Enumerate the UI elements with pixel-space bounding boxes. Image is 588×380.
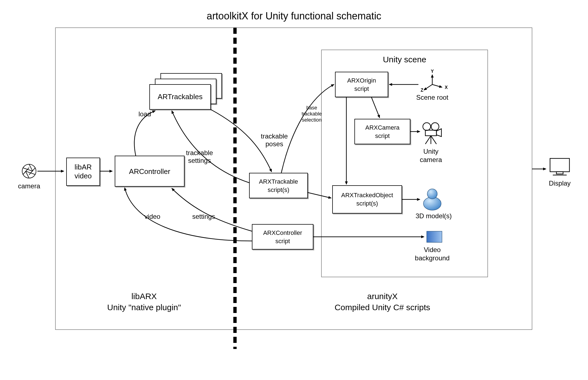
camera-aperture-icon [22, 164, 36, 178]
arcontroller-text: ARController [129, 167, 170, 176]
display-label: Display [549, 179, 571, 187]
svg-rect-19 [425, 130, 436, 136]
svg-text:Y: Y [431, 69, 434, 74]
left-region-label-1: libARX [131, 292, 157, 301]
right-region-label-1: arunityX [367, 292, 398, 301]
artrackables-text: ARTrackables [158, 93, 203, 101]
load-label: load [139, 110, 151, 118]
arxcontroller-text-2: script [275, 238, 290, 245]
base-trackable-label-3: selection [302, 117, 321, 123]
arxcamera-text-2: script [375, 132, 390, 139]
base-trackable-label-1: base [306, 105, 317, 111]
trackable-poses-label-1: trackable [261, 132, 288, 140]
video-bg-icon [427, 231, 442, 242]
svg-text:Z: Z [421, 88, 423, 93]
unity-camera-label-2: camera [420, 156, 442, 163]
trackable-poses-label-2: poses [265, 140, 283, 148]
svg-rect-8 [335, 72, 388, 97]
base-trackable-label-2: trackable [301, 111, 322, 117]
svg-rect-26 [556, 172, 563, 174]
svg-line-20 [425, 136, 431, 144]
right-region-label-2: Compiled Unity C# scripts [334, 303, 430, 312]
arxtrackedobject-text-2: script(s) [356, 200, 378, 207]
arxtrackable-node [249, 173, 308, 198]
libarvideo-text-2: video [75, 172, 92, 180]
arxcontroller-text-1: ARXController [263, 229, 302, 236]
video-bg-label-2: background [415, 254, 449, 262]
settings-label: settings [192, 213, 215, 220]
svg-point-17 [423, 123, 431, 130]
svg-rect-25 [550, 158, 569, 172]
svg-rect-7 [252, 224, 313, 249]
person-icon [423, 189, 441, 210]
arxorigin-text-2: script [354, 85, 369, 92]
arxcamera-node [355, 119, 410, 144]
arxtrackedobject-node [333, 186, 402, 213]
arrow-arxorigin-to-arxcamera [371, 97, 380, 118]
arxorigin-node [335, 72, 388, 97]
svg-line-21 [431, 136, 436, 144]
svg-point-24 [427, 189, 437, 199]
axes-icon: Y X Z [421, 69, 448, 93]
arrow-arxtrackable-to-arxorigin [281, 84, 334, 173]
video-bg-label-1: Video [424, 246, 441, 253]
trackable-settings-label-2: settings [188, 157, 211, 164]
libarvideo-text-1: libAR [75, 163, 92, 171]
trackable-settings-label-1: trackable [186, 149, 213, 156]
arxtrackable-text-2: script(s) [268, 186, 289, 193]
movie-camera-icon [423, 123, 441, 144]
artrackables-node [150, 73, 222, 109]
arxtrackedobject-text-1: ARXTrackedObject [341, 192, 393, 199]
arxorigin-text-1: ARXOrigin [347, 77, 376, 84]
arrow-arxcontroller-settings [172, 188, 252, 231]
svg-point-18 [431, 123, 439, 130]
video-label: video [144, 213, 160, 220]
left-region-label-2: Unity "native plugin" [107, 303, 181, 312]
arrow-arxcontroller-video [125, 188, 252, 241]
model3d-label: 3D model(s) [416, 212, 452, 220]
diagram-canvas: artoolkitX for Unity functional schemati… [0, 0, 588, 380]
unity-scene-title: Unity scene [383, 55, 426, 64]
arrow-arxtrackable-to-trackedobject [308, 192, 331, 198]
svg-line-12 [432, 84, 442, 87]
monitor-icon [550, 158, 569, 175]
scene-root-label: Scene root [416, 94, 448, 101]
svg-point-0 [22, 164, 36, 178]
diagram-title: artoolkitX for Unity functional schemati… [207, 10, 381, 22]
svg-rect-9 [355, 119, 410, 144]
arxtrackable-text-1: ARXTrackable [259, 178, 298, 185]
arrow-artrackables-to-arxtrackable [211, 109, 272, 172]
arxcamera-text-1: ARXCamera [365, 124, 400, 131]
arxcontroller-node [252, 224, 313, 249]
unity-camera-label-1: Unity [423, 148, 439, 155]
svg-rect-10 [333, 186, 402, 213]
svg-rect-6 [249, 173, 308, 198]
camera-label: camera [18, 182, 40, 190]
svg-text:X: X [445, 85, 448, 90]
svg-line-13 [424, 84, 432, 90]
